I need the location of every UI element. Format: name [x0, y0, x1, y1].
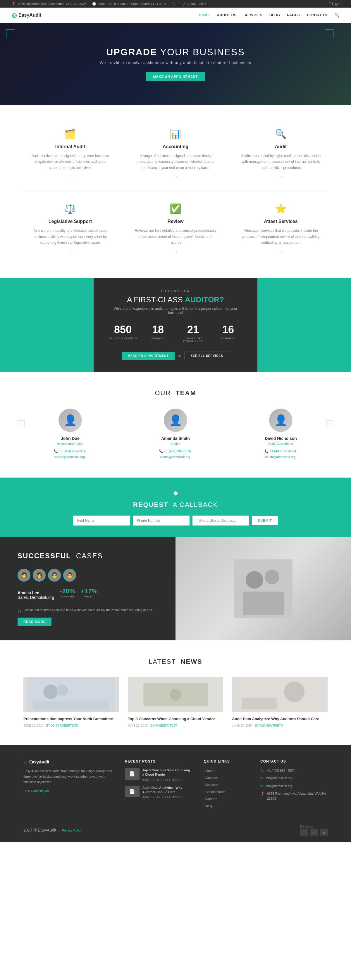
facebook-link[interactable]: f	[329, 2, 330, 6]
footer: ◎ EasyAudit Easy Audit advisers understa…	[0, 745, 351, 842]
footer-facebook-icon[interactable]: f	[300, 829, 308, 836]
auditor-appointment-button[interactable]: MAKE AN APPOINTMENT	[122, 352, 174, 360]
footer-link-blog[interactable]: Blog	[204, 803, 249, 808]
team-nav-next[interactable]: ◇	[326, 420, 333, 427]
footer-grid: ◎ EasyAudit Easy Audit advisers understa…	[23, 759, 328, 810]
footer-consultation-link[interactable]: Free Consultation	[23, 789, 49, 793]
footer-link-services[interactable]: Services	[204, 782, 249, 787]
john-role: Accounting Auditor	[29, 442, 111, 445]
internal-audit-arrow[interactable]: →	[29, 174, 111, 180]
social-links: f t g+	[329, 2, 339, 6]
hero-content: UPGRADE YOUR BUSINESS We provide extensi…	[100, 47, 251, 81]
footer-col-contact: CONTACT US 📞 +1 (409) 987 - 5874 ✉ info@…	[260, 759, 328, 810]
footer-link-services-a[interactable]: Services	[204, 783, 218, 786]
nav-contacts[interactable]: CONTACTS	[307, 13, 327, 17]
auditor-buttons: MAKE AN APPOINTMENT or SEE ALL SERVICES	[108, 352, 243, 360]
nav-blog[interactable]: BLOG	[270, 13, 280, 17]
svg-point-12	[284, 682, 305, 702]
footer-phone-icon: 📞	[260, 768, 265, 773]
search-icon[interactable]: 🔍	[334, 13, 339, 18]
callback-submit-button[interactable]: SUBMIT	[252, 516, 278, 525]
callback-topic-select[interactable]: I Would Like to Discuss... Audit Service…	[193, 515, 249, 525]
audit-arrow[interactable]: →	[240, 174, 322, 180]
stat-experience-number: 21	[179, 323, 208, 336]
gplus-link[interactable]: g+	[335, 2, 339, 6]
review-arrow[interactable]: →	[134, 249, 217, 254]
john-email: info@demolink.org	[58, 455, 85, 458]
services-grid-2: ⚖️ Legislative Support To ensure the qua…	[23, 197, 328, 260]
footer-link-careers[interactable]: Careers	[204, 796, 249, 801]
footer-link-blog-a[interactable]: Blog	[204, 804, 212, 808]
news-title-normal: LATEST	[148, 658, 176, 665]
footer-link-careers-a[interactable]: Careers	[204, 797, 217, 800]
nav-services[interactable]: SERVICES	[243, 13, 262, 17]
auditor-looking-for: LOOKING FOR	[108, 290, 243, 293]
footer-col-quicklinks: QUICK LINKS Home Contacts Services Appoi…	[204, 759, 249, 810]
callback-firstname-input[interactable]	[73, 515, 130, 525]
services-section: 🗂️ Internal Audit Audit services are des…	[0, 105, 351, 278]
footer-logo: ◎ EasyAudit	[23, 759, 113, 765]
service-accounting: 📊 Accounting A range of services designe…	[129, 123, 222, 185]
amanda-phone-icon: 📞	[159, 449, 163, 453]
attest-desc: Attestation services that we provide, in…	[240, 228, 322, 245]
footer-post-2: 📄 Audit Data Analytics: Why Auditors Sho…	[125, 786, 192, 799]
news-image-2	[128, 677, 223, 712]
auditor-services-button[interactable]: SEE ALL SERVICES	[185, 352, 229, 360]
news-author-1: BY JOHN ROBERTSON	[46, 724, 78, 727]
hero-cta-button[interactable]: MAKE AN APPOINTMENT	[146, 72, 205, 81]
case-stats: -20% EXPENSES +17% PROFIT	[60, 587, 97, 598]
case-person-name: Amelia Lee	[18, 590, 54, 595]
footer-follow-label: Follow Us	[300, 825, 314, 828]
svg-point-1	[246, 571, 263, 589]
footer-link-home-a[interactable]: Home	[204, 769, 214, 773]
nav-home[interactable]: HOME	[199, 13, 210, 17]
nav-pages[interactable]: PAGES	[287, 13, 300, 17]
footer-gplus-icon[interactable]: g	[320, 829, 328, 836]
hero-corner-tr	[325, 29, 333, 38]
case-avatar-1[interactable]: 👩	[18, 569, 30, 582]
team-nav-prev[interactable]: ◇	[18, 420, 25, 427]
case-avatar-2[interactable]: 👩	[33, 569, 46, 582]
david-avatar: 👤	[269, 409, 292, 432]
footer-twitter-icon[interactable]: t	[310, 829, 317, 836]
nav-about[interactable]: ABOUT US	[217, 13, 237, 17]
callback-phone-input[interactable]	[133, 515, 190, 525]
case-avatar-3[interactable]: 👨	[48, 569, 61, 582]
footer-contact-address: 📍 6676 Richmond hwy, Alexandria, VA USA …	[260, 791, 328, 801]
phone-icon: 📞	[172, 2, 176, 6]
case-avatar-4[interactable]: 👨	[63, 569, 76, 582]
footer-col-posts: RECENT POSTS 📄 Top 3 Concerns Who Choosi…	[125, 759, 192, 810]
twitter-link[interactable]: t	[332, 2, 333, 6]
footer-col-about: ◎ EasyAudit Easy Audit advisers understa…	[23, 759, 113, 810]
footer-post-info-1: Top 3 Concerns Who Choosing a Cloud Rend…	[142, 768, 192, 781]
auditor-subtitle: With a lot of experience in audit, hirin…	[108, 307, 243, 315]
footer-link-appointments-a[interactable]: Appointments	[204, 790, 225, 794]
legislative-desc: To ensure the quality and effectiveness …	[29, 228, 111, 245]
read-more-button[interactable]: READ MORE	[18, 617, 51, 626]
hours-text: Mon - Sat: 9:00am -18:00pm. Sunday CLOSE…	[99, 2, 166, 6]
footer-link-contacts[interactable]: Contacts	[204, 775, 249, 780]
legislative-arrow[interactable]: →	[29, 249, 111, 254]
footer-privacy-link[interactable]: Privacy Policy	[62, 829, 82, 832]
footer-link-contacts-a[interactable]: Contacts	[204, 776, 219, 780]
case-profit-label: PROFIT	[81, 595, 98, 598]
attest-arrow[interactable]: →	[240, 249, 322, 254]
footer-link-home[interactable]: Home	[204, 768, 249, 773]
logo-icon: ◎	[12, 12, 17, 19]
footer-link-appointments[interactable]: Appointments	[204, 789, 249, 794]
team-title-bold: TEAM	[176, 389, 196, 397]
john-email-icon: ✉	[54, 455, 57, 458]
accounting-arrow[interactable]: →	[134, 174, 217, 180]
cases-title-bold: SUCCESSFUL	[18, 552, 71, 560]
news-item-3: Audit Data Analytics: Why Auditors Shoul…	[232, 677, 328, 727]
footer-contact-email2: ✉ info@demolink.org	[260, 784, 328, 789]
footer-logo-icon: ◎	[23, 759, 27, 765]
amanda-email-icon: ✉	[160, 455, 162, 458]
amanda-role: Auditor	[134, 442, 217, 445]
footer-desc: Easy Audit advisers understand through t…	[23, 768, 113, 785]
hours-info: 🕐 Mon - Sat: 9:00am -18:00pm. Sunday CLO…	[92, 2, 166, 6]
callback-title: REQUEST A CALLBACK	[23, 501, 328, 509]
footer-quicklinks-list: Home Contacts Services Appointments Care…	[204, 768, 249, 808]
footer-post-img-1: 📄	[125, 768, 139, 780]
svg-point-10	[170, 689, 181, 701]
